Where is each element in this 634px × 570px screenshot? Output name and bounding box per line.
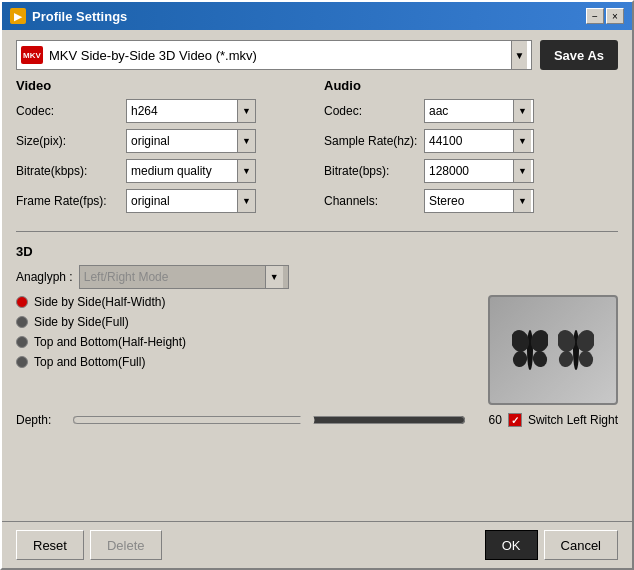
- video-framerate-select-wrapper: original ▼: [126, 189, 256, 213]
- radio-label-3: Top and Bottom(Half-Height): [34, 335, 186, 349]
- slider-wrapper: [72, 411, 466, 429]
- save-as-button[interactable]: Save As: [540, 40, 618, 70]
- mkv-icon: MKV: [21, 46, 43, 64]
- app-icon: ▶: [10, 8, 26, 24]
- radio-dot-4: [16, 356, 28, 368]
- 3d-content: Side by Side(Half-Width) Side by Side(Fu…: [16, 295, 618, 405]
- delete-button[interactable]: Delete: [90, 530, 162, 560]
- video-codec-select-wrapper: h264 ▼: [126, 99, 256, 123]
- close-button[interactable]: ×: [606, 8, 624, 24]
- audio-samplerate-select-wrapper: 44100 ▼: [424, 129, 534, 153]
- audio-panel: Audio Codec: aac ▼ Sample Rate(hz): 441: [324, 78, 618, 219]
- radio-top-bottom-full[interactable]: Top and Bottom(Full): [16, 355, 474, 369]
- audio-channels-select[interactable]: Stereo: [425, 190, 513, 212]
- audio-bitrate-select-wrapper: 128000 ▼: [424, 159, 534, 183]
- cancel-button[interactable]: Cancel: [544, 530, 618, 560]
- radio-side-by-side-full[interactable]: Side by Side(Full): [16, 315, 474, 329]
- depth-value: 60: [472, 413, 502, 427]
- profile-settings-dialog: ▶ Profile Settings − × MKV MKV Side-by-S…: [0, 0, 634, 570]
- svg-point-9: [577, 349, 594, 368]
- reset-button[interactable]: Reset: [16, 530, 84, 560]
- video-size-select-wrapper: original ▼: [126, 129, 256, 153]
- audio-channels-arrow[interactable]: ▼: [513, 190, 531, 212]
- audio-samplerate-row: Sample Rate(hz): 44100 ▼: [324, 129, 618, 153]
- switch-lr-container: Switch Left Right: [508, 413, 618, 427]
- audio-codec-label: Codec:: [324, 104, 424, 118]
- dialog-content: MKV MKV Side-by-Side 3D Video (*.mkv) ▼ …: [2, 30, 632, 521]
- butterfly-left: [510, 325, 550, 375]
- switch-lr-checkbox[interactable]: [508, 413, 522, 427]
- radio-label-1: Side by Side(Half-Width): [34, 295, 165, 309]
- audio-bitrate-row: Bitrate(bps): 128000 ▼: [324, 159, 618, 183]
- video-size-select[interactable]: original: [127, 130, 237, 152]
- audio-codec-row: Codec: aac ▼: [324, 99, 618, 123]
- radio-label-4: Top and Bottom(Full): [34, 355, 145, 369]
- title-bar: ▶ Profile Settings − ×: [2, 2, 632, 30]
- video-bitrate-row: Bitrate(kbps): medium quality ▼: [16, 159, 310, 183]
- btn-group-left: Reset Delete: [16, 530, 162, 560]
- audio-channels-select-wrapper: Stereo ▼: [424, 189, 534, 213]
- title-bar-buttons: − ×: [586, 8, 624, 24]
- 3d-section-title: 3D: [16, 244, 618, 259]
- 3d-options-list: Side by Side(Half-Width) Side by Side(Fu…: [16, 295, 474, 405]
- radio-dot-1: [16, 296, 28, 308]
- depth-label: Depth:: [16, 413, 66, 427]
- video-framerate-row: Frame Rate(fps): original ▼: [16, 189, 310, 213]
- video-bitrate-arrow[interactable]: ▼: [237, 160, 255, 182]
- audio-codec-select[interactable]: aac: [425, 100, 513, 122]
- video-codec-arrow[interactable]: ▼: [237, 100, 255, 122]
- anaglyph-arrow[interactable]: ▼: [265, 266, 283, 288]
- radio-dot-3: [16, 336, 28, 348]
- audio-samplerate-label: Sample Rate(hz):: [324, 134, 424, 148]
- minimize-button[interactable]: −: [586, 8, 604, 24]
- anaglyph-select-wrapper: Left/Right Mode ▼: [79, 265, 289, 289]
- video-section-title: Video: [16, 78, 310, 93]
- video-codec-row: Codec: h264 ▼: [16, 99, 310, 123]
- svg-point-5: [573, 330, 579, 370]
- audio-bitrate-arrow[interactable]: ▼: [513, 160, 531, 182]
- video-panel: Video Codec: h264 ▼ Size(pix):: [16, 78, 310, 219]
- video-framerate-arrow[interactable]: ▼: [237, 190, 255, 212]
- video-size-arrow[interactable]: ▼: [237, 130, 255, 152]
- audio-channels-label: Channels:: [324, 194, 424, 208]
- 3d-section: 3D Anaglyph : Left/Right Mode ▼ Side by …: [16, 244, 618, 429]
- bottom-buttons: Reset Delete OK Cancel: [2, 521, 632, 568]
- depth-slider[interactable]: [72, 411, 466, 429]
- video-framerate-select[interactable]: original: [127, 190, 237, 212]
- audio-samplerate-arrow[interactable]: ▼: [513, 130, 531, 152]
- profile-select-wrapper: MKV MKV Side-by-Side 3D Video (*.mkv) ▼: [16, 40, 532, 70]
- svg-point-0: [527, 330, 533, 370]
- ok-button[interactable]: OK: [485, 530, 538, 560]
- depth-row: Depth: 60 Switch Left Right: [16, 411, 618, 429]
- video-bitrate-label: Bitrate(kbps):: [16, 164, 126, 178]
- audio-bitrate-select[interactable]: 128000: [425, 160, 513, 182]
- anaglyph-select[interactable]: Left/Right Mode: [80, 266, 265, 288]
- switch-lr-label: Switch Left Right: [528, 413, 618, 427]
- panels-row: Video Codec: h264 ▼ Size(pix):: [16, 78, 618, 219]
- audio-channels-row: Channels: Stereo ▼: [324, 189, 618, 213]
- btn-group-right: OK Cancel: [485, 530, 618, 560]
- audio-bitrate-label: Bitrate(bps):: [324, 164, 424, 178]
- top-row: MKV MKV Side-by-Side 3D Video (*.mkv) ▼ …: [16, 40, 618, 70]
- radio-dot-2: [16, 316, 28, 328]
- audio-section-title: Audio: [324, 78, 618, 93]
- dialog-title: Profile Settings: [32, 9, 586, 24]
- radio-side-by-side-half[interactable]: Side by Side(Half-Width): [16, 295, 474, 309]
- anaglyph-label: Anaglyph :: [16, 270, 73, 284]
- video-size-label: Size(pix):: [16, 134, 126, 148]
- audio-samplerate-select[interactable]: 44100: [425, 130, 513, 152]
- profile-select[interactable]: MKV Side-by-Side 3D Video (*.mkv): [49, 48, 511, 63]
- svg-point-2: [512, 349, 529, 368]
- video-size-row: Size(pix): original ▼: [16, 129, 310, 153]
- video-codec-label: Codec:: [16, 104, 126, 118]
- video-bitrate-select-wrapper: medium quality ▼: [126, 159, 256, 183]
- svg-point-7: [558, 349, 575, 368]
- divider: [16, 231, 618, 232]
- 3d-preview: [488, 295, 618, 405]
- video-codec-select[interactable]: h264: [127, 100, 237, 122]
- radio-top-bottom-half[interactable]: Top and Bottom(Half-Height): [16, 335, 474, 349]
- video-bitrate-select[interactable]: medium quality: [127, 160, 237, 182]
- audio-codec-arrow[interactable]: ▼: [513, 100, 531, 122]
- audio-codec-select-wrapper: aac ▼: [424, 99, 534, 123]
- profile-select-arrow[interactable]: ▼: [511, 41, 527, 69]
